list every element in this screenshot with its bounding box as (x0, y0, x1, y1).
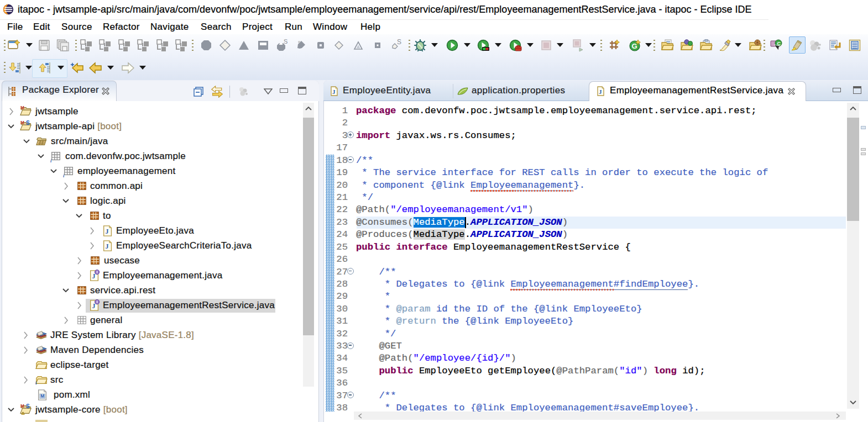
svg-text:G: G (632, 42, 637, 50)
svg-text:M: M (20, 404, 24, 409)
svg-text:C: C (777, 41, 781, 46)
svg-text:M: M (40, 394, 44, 399)
svg-text:S: S (26, 120, 30, 126)
svg-text:J: J (105, 228, 108, 235)
svg-text:M: M (20, 120, 24, 125)
svg-text:S: S (26, 404, 30, 409)
svg-text:J: J (105, 242, 108, 250)
svg-text:J: J (332, 88, 336, 95)
svg-text:J: J (599, 88, 602, 95)
svg-text:M: M (20, 106, 24, 110)
svg-text:S: S (397, 39, 401, 46)
svg-text:S: S (284, 39, 287, 45)
